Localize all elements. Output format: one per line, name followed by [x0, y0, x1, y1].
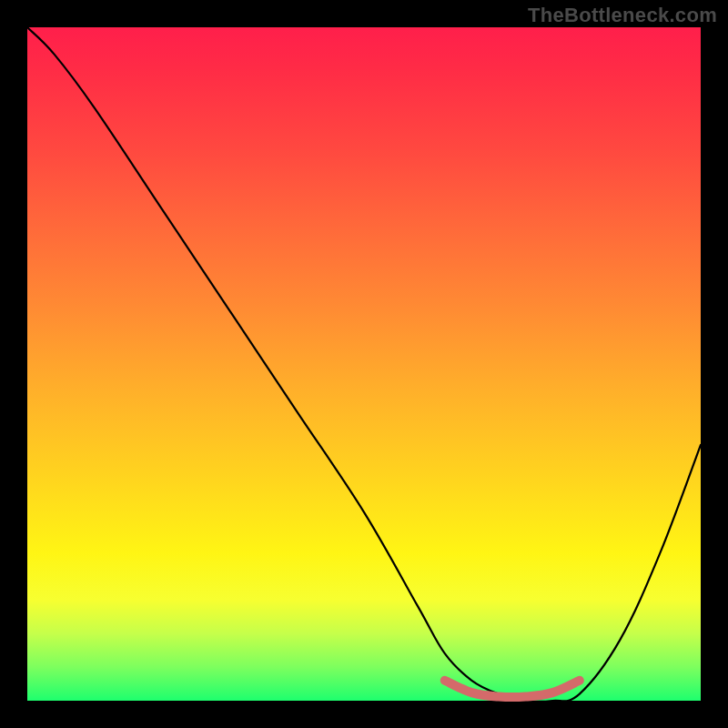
plot-area	[27, 27, 701, 701]
watermark-text: TheBottleneck.com	[528, 4, 717, 27]
bottleneck-curve	[27, 27, 701, 702]
curve-layer	[27, 27, 701, 701]
highlight-band	[445, 681, 580, 697]
chart-frame: TheBottleneck.com	[0, 0, 728, 728]
